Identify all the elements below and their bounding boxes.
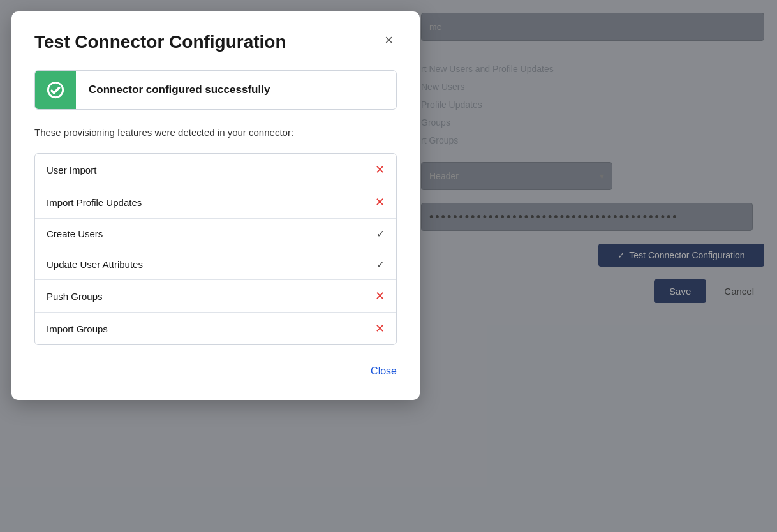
modal-title: Test Connector Configuration — [34, 32, 286, 52]
feature-push-groups: Push Groups ✕ — [35, 280, 396, 313]
feature-user-import: User Import ✕ — [35, 154, 396, 186]
modal-close-button[interactable]: × — [381, 32, 397, 48]
feature-update-user-attributes: Update User Attributes ✓ — [35, 249, 396, 280]
feature-label-import-profile-updates: Import Profile Updates — [47, 197, 142, 208]
feature-label-user-import: User Import — [47, 165, 96, 175]
feature-status-user-import: ✕ — [375, 163, 385, 177]
feature-import-profile-updates: Import Profile Updates ✕ — [35, 186, 396, 219]
features-list: User Import ✕ Import Profile Updates ✕ C… — [34, 153, 397, 345]
success-banner: Connector configured successfully — [34, 70, 397, 110]
feature-import-groups: Import Groups ✕ — [35, 313, 396, 344]
feature-status-update-user-attributes: ✓ — [376, 258, 385, 270]
feature-create-users: Create Users ✓ — [35, 219, 396, 249]
modal-description: These provisioning features were detecte… — [34, 125, 397, 140]
feature-label-import-groups: Import Groups — [47, 323, 108, 334]
feature-status-push-groups: ✕ — [375, 289, 385, 303]
modal-header: Test Connector Configuration × — [34, 32, 397, 52]
feature-status-create-users: ✓ — [376, 228, 385, 240]
feature-label-create-users: Create Users — [47, 228, 103, 239]
success-icon-box — [35, 71, 76, 109]
feature-status-import-profile-updates: ✕ — [375, 195, 385, 209]
modal-footer: Close — [34, 366, 397, 377]
success-text: Connector configured successfully — [76, 84, 283, 96]
success-checkmark-icon — [47, 81, 64, 99]
feature-label-push-groups: Push Groups — [47, 291, 103, 302]
test-connector-modal: Test Connector Configuration × Connector… — [11, 11, 420, 400]
modal-close-link[interactable]: Close — [371, 366, 397, 377]
feature-label-update-user-attributes: Update User Attributes — [47, 259, 143, 270]
feature-status-import-groups: ✕ — [375, 321, 385, 336]
